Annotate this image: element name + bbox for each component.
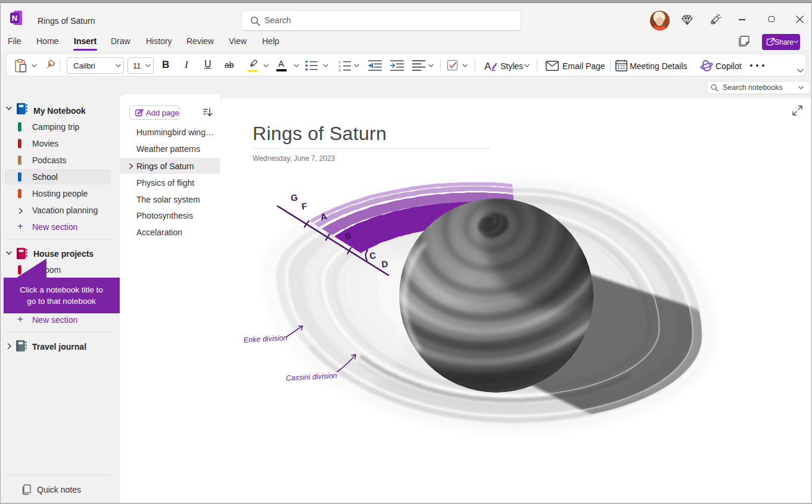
svg-text:1: 1 — [338, 60, 341, 64]
svg-text:3: 3 — [338, 68, 341, 71]
svg-text:2: 2 — [338, 64, 341, 68]
svg-text:A: A — [484, 61, 491, 72]
svg-text:N: N — [12, 14, 17, 23]
